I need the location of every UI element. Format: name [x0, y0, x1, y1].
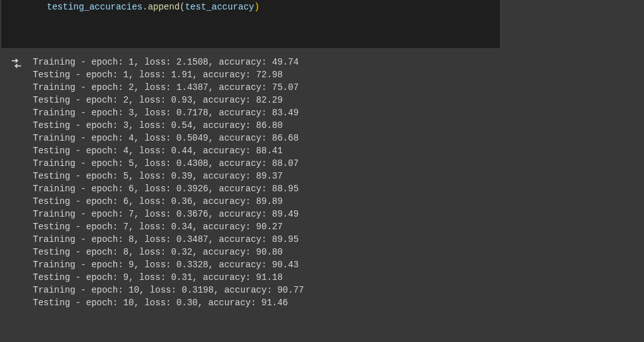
output-line: Testing - epoch: 9, loss: 0.31, accuracy…	[33, 271, 644, 284]
output-line: Testing - epoch: 3, loss: 0.54, accuracy…	[33, 119, 644, 132]
output-line: Training - epoch: 2, loss: 1.4387, accur…	[33, 81, 644, 94]
output-content: Training - epoch: 1, loss: 2.1508, accur…	[33, 54, 644, 309]
code-method: append	[148, 2, 180, 12]
output-line: Training - epoch: 9, loss: 0.3328, accur…	[33, 258, 644, 271]
output-line: Training - epoch: 7, loss: 0.3676, accur…	[33, 208, 644, 220]
code-cell[interactable]: testing_accuracies.append(test_accuracy)	[1, 0, 500, 48]
output-line: Testing - epoch: 2, loss: 0.93, accuracy…	[33, 94, 644, 106]
output-line: Training - epoch: 8, loss: 0.3487, accur…	[33, 233, 644, 246]
output-line: Testing - epoch: 1, loss: 1.91, accuracy…	[33, 68, 644, 81]
output-line: Testing - epoch: 10, loss: 0.30, accurac…	[33, 296, 644, 309]
output-line: Training - epoch: 6, loss: 0.3926, accur…	[33, 182, 644, 195]
output-line: Training - epoch: 5, loss: 0.4308, accur…	[33, 157, 644, 170]
output-line: Training - epoch: 3, loss: 0.7178, accur…	[33, 106, 644, 119]
output-line: Training - epoch: 10, loss: 0.3198, accu…	[33, 284, 644, 296]
output-line: Training - epoch: 4, loss: 0.5049, accur…	[33, 132, 644, 144]
output-line: Testing - epoch: 8, loss: 0.32, accuracy…	[33, 246, 644, 258]
code-close-paren: )	[254, 2, 259, 12]
output-line: Testing - epoch: 5, loss: 0.39, accuracy…	[33, 170, 644, 182]
code-dot: .	[142, 2, 147, 12]
code-line: testing_accuracies.append(test_accuracy)	[47, 1, 500, 13]
output-line: Testing - epoch: 6, loss: 0.36, accuracy…	[33, 195, 644, 208]
output-toggle-icon[interactable]	[9, 56, 23, 70]
code-variable: testing_accuracies	[47, 2, 142, 12]
output-gutter	[0, 54, 33, 309]
code-param: test_accuracy	[185, 2, 254, 12]
output-line: Testing - epoch: 7, loss: 0.34, accuracy…	[33, 220, 644, 233]
output-line: Testing - epoch: 4, loss: 0.44, accuracy…	[33, 144, 644, 157]
output-line: Training - epoch: 1, loss: 2.1508, accur…	[33, 56, 644, 68]
output-area: Training - epoch: 1, loss: 2.1508, accur…	[0, 54, 644, 309]
